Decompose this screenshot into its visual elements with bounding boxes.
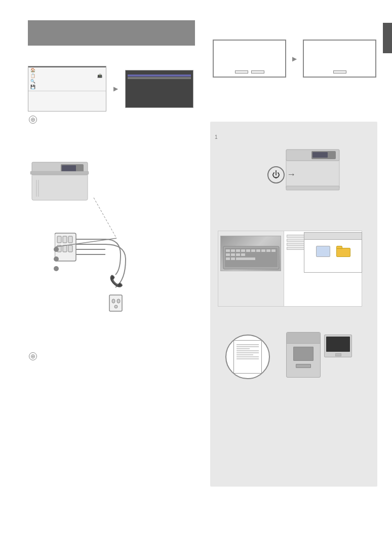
memory-icon: 💾 <box>30 85 35 89</box>
scan-icon: 🔍 <box>30 79 35 84</box>
svg-text:📞: 📞 <box>109 274 124 288</box>
doc-line-1 <box>237 344 259 345</box>
svg-rect-26 <box>286 186 339 190</box>
doc-line-8 <box>237 358 259 359</box>
fax-icon: 📠 <box>97 73 102 78</box>
fax-setup-screen <box>125 70 193 108</box>
dialog-buttons-2 <box>307 70 372 73</box>
svg-rect-42 <box>231 253 235 256</box>
svg-rect-33 <box>236 249 240 252</box>
svg-rect-37 <box>256 249 260 252</box>
svg-rect-10 <box>63 236 67 243</box>
cable-dot-3 <box>54 266 59 271</box>
power-button-circle: ⏻ <box>267 166 285 183</box>
monitor-screen <box>326 337 350 352</box>
dialog-yes-button[interactable] <box>235 70 248 73</box>
doc-line-2 <box>237 346 259 347</box>
dialog-no-button[interactable] <box>251 70 264 73</box>
svg-rect-11 <box>68 236 72 243</box>
svg-rect-44 <box>241 253 245 256</box>
software-image <box>220 236 281 271</box>
setup-option-later <box>128 77 191 79</box>
bullet-circle-2: ⊕ <box>29 352 37 360</box>
svg-rect-41 <box>226 253 230 256</box>
cable-diagram: 📞 <box>55 224 176 342</box>
computer-monitor <box>324 335 352 357</box>
right-arrow-icon: ▶ <box>113 85 118 92</box>
dialog-ok-button[interactable] <box>333 70 346 73</box>
step-number-1: 1 <box>215 134 218 140</box>
svg-rect-38 <box>261 249 265 252</box>
dialog-buttons-1 <box>217 70 282 73</box>
home-icon: 🏠 <box>30 68 35 72</box>
svg-rect-13 <box>63 245 67 252</box>
svg-rect-20 <box>109 295 122 311</box>
svg-rect-47 <box>236 257 255 260</box>
doc-line-5 <box>237 352 259 353</box>
software-dialog-left-panel <box>218 231 284 306</box>
svg-rect-43 <box>236 253 240 256</box>
svg-point-22 <box>117 299 120 303</box>
svg-point-21 <box>112 299 115 303</box>
tower-top <box>287 333 320 344</box>
svg-point-23 <box>114 305 117 308</box>
svg-rect-28 <box>312 152 328 158</box>
file-browser-content <box>304 242 362 262</box>
menu-row-memory: 💾 <box>28 84 106 90</box>
tower-drive-bay-2 <box>296 364 311 368</box>
power-icon: ⏻ <box>272 170 280 179</box>
doc-line-4 <box>237 350 259 351</box>
dialog-box-2 <box>303 40 376 78</box>
document-circle <box>225 335 270 379</box>
power-arrow-right: → <box>287 169 296 180</box>
menu-row-copy: 📋 📠 <box>28 73 106 79</box>
dots-arrow-1: ▶ <box>111 85 120 92</box>
right-arrow-icon-2: ▶ <box>292 55 297 62</box>
svg-rect-32 <box>231 249 235 252</box>
dialog-container: ▶ <box>213 40 376 78</box>
file-browser <box>304 232 362 273</box>
menu-row-scan: 🔍 <box>28 79 106 84</box>
svg-rect-14 <box>68 245 72 252</box>
cable-dot-2 <box>54 256 59 262</box>
svg-rect-36 <box>251 249 255 252</box>
folder-body <box>336 248 350 257</box>
tower-drive-bay <box>293 347 313 361</box>
svg-rect-5 <box>30 171 89 174</box>
page-tab <box>383 23 392 53</box>
doc-line-3 <box>237 348 250 349</box>
file-icon-documents <box>336 246 350 258</box>
header-box <box>28 20 195 46</box>
setup-option-now <box>128 75 191 77</box>
copy-icon: 📋 <box>30 73 35 78</box>
svg-rect-1 <box>32 172 88 200</box>
printer-illustration <box>29 157 95 216</box>
folder-tab <box>336 246 342 249</box>
file-browser-header <box>304 233 362 240</box>
doc-line-6 <box>237 354 253 355</box>
svg-rect-34 <box>241 249 245 252</box>
documents-folder-icon <box>336 246 350 257</box>
svg-rect-9 <box>57 236 61 243</box>
computer-tower <box>286 332 321 378</box>
dialog-box-1 <box>213 40 286 78</box>
svg-rect-31 <box>226 249 230 252</box>
bullet-circle-1: ⊕ <box>29 116 37 124</box>
svg-rect-46 <box>231 257 235 260</box>
menu-row-home: 🏠 <box>28 67 106 73</box>
svg-rect-35 <box>246 249 250 252</box>
menu-screen: 🏠 📋 📠 🔍 💾 <box>28 66 106 112</box>
fax-screen-container: 🏠 📋 📠 🔍 💾 ▶ <box>28 66 193 112</box>
svg-rect-45 <box>226 257 230 260</box>
monitor-stand <box>335 353 341 356</box>
dots-arrow-2: ▶ <box>290 55 299 62</box>
cable-dot-1 <box>54 247 59 252</box>
menu-footer <box>28 91 106 92</box>
doc-line-7 <box>237 356 259 357</box>
svg-rect-40 <box>271 249 276 252</box>
file-icon-applications <box>316 246 330 258</box>
svg-rect-39 <box>266 249 270 252</box>
document-inner <box>233 340 262 374</box>
applications-icon <box>316 246 330 257</box>
